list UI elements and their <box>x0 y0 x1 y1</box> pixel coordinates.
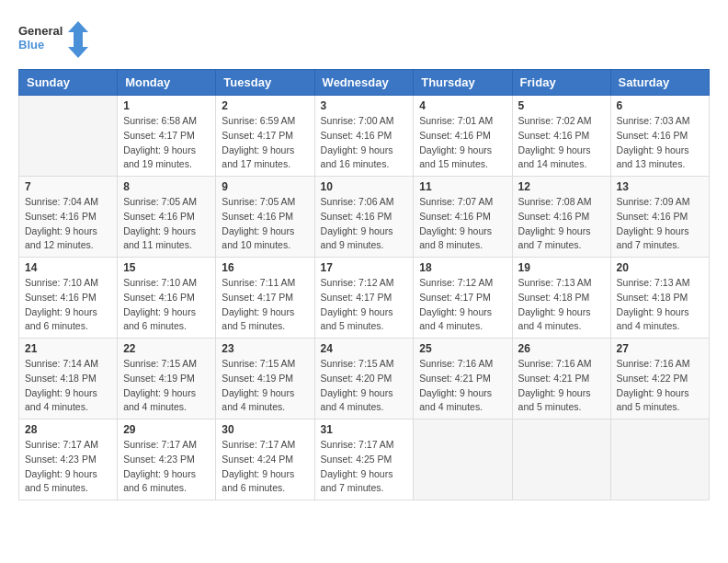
calendar-cell: 28Sunrise: 7:17 AMSunset: 4:23 PMDayligh… <box>19 419 118 500</box>
calendar-header-friday: Friday <box>512 70 610 96</box>
header: General Blue <box>18 18 710 60</box>
calendar-header-row: SundayMondayTuesdayWednesdayThursdayFrid… <box>19 70 710 96</box>
day-number: 15 <box>123 261 210 274</box>
calendar-cell: 9Sunrise: 7:05 AMSunset: 4:16 PMDaylight… <box>216 177 314 258</box>
calendar-table: SundayMondayTuesdayWednesdayThursdayFrid… <box>18 69 710 500</box>
day-number: 6 <box>617 99 703 112</box>
day-number: 10 <box>321 180 408 193</box>
day-number: 13 <box>617 180 703 193</box>
day-info: Sunrise: 7:12 AMSunset: 4:17 PMDaylight:… <box>321 276 408 334</box>
day-number: 29 <box>123 423 210 436</box>
day-info: Sunrise: 7:01 AMSunset: 4:16 PMDaylight:… <box>419 114 506 172</box>
calendar-cell: 26Sunrise: 7:16 AMSunset: 4:21 PMDayligh… <box>512 339 610 419</box>
svg-text:General: General <box>18 24 63 38</box>
calendar-week-row: 21Sunrise: 7:14 AMSunset: 4:18 PMDayligh… <box>19 339 710 419</box>
day-info: Sunrise: 7:15 AMSunset: 4:19 PMDaylight:… <box>222 357 308 415</box>
day-number: 27 <box>617 342 703 355</box>
day-info: Sunrise: 6:59 AMSunset: 4:17 PMDaylight:… <box>222 114 308 172</box>
day-info: Sunrise: 7:05 AMSunset: 4:16 PMDaylight:… <box>123 195 210 253</box>
day-info: Sunrise: 7:15 AMSunset: 4:19 PMDaylight:… <box>123 357 210 415</box>
calendar-week-row: 1Sunrise: 6:58 AMSunset: 4:17 PMDaylight… <box>19 96 710 177</box>
day-number: 19 <box>518 261 605 274</box>
calendar-cell <box>19 96 118 177</box>
day-number: 12 <box>518 180 605 193</box>
day-info: Sunrise: 7:10 AMSunset: 4:16 PMDaylight:… <box>25 276 111 334</box>
calendar-cell: 22Sunrise: 7:15 AMSunset: 4:19 PMDayligh… <box>118 339 216 419</box>
calendar-cell: 2Sunrise: 6:59 AMSunset: 4:17 PMDaylight… <box>216 96 314 177</box>
calendar-cell: 13Sunrise: 7:09 AMSunset: 4:16 PMDayligh… <box>610 177 709 258</box>
calendar-cell: 8Sunrise: 7:05 AMSunset: 4:16 PMDaylight… <box>118 177 216 258</box>
logo-svg: General Blue <box>18 18 64 60</box>
day-number: 5 <box>518 99 605 112</box>
day-info: Sunrise: 7:08 AMSunset: 4:16 PMDaylight:… <box>518 195 605 253</box>
day-number: 4 <box>419 99 506 112</box>
svg-marker-2 <box>68 21 88 58</box>
calendar-cell: 19Sunrise: 7:13 AMSunset: 4:18 PMDayligh… <box>512 258 610 339</box>
day-number: 1 <box>123 99 210 112</box>
calendar-header-tuesday: Tuesday <box>216 70 314 96</box>
day-number: 2 <box>222 99 308 112</box>
day-info: Sunrise: 7:16 AMSunset: 4:22 PMDaylight:… <box>617 357 703 415</box>
day-number: 24 <box>321 342 408 355</box>
day-info: Sunrise: 7:14 AMSunset: 4:18 PMDaylight:… <box>25 357 111 415</box>
calendar-cell: 5Sunrise: 7:02 AMSunset: 4:16 PMDaylight… <box>512 96 610 177</box>
calendar-cell: 31Sunrise: 7:17 AMSunset: 4:25 PMDayligh… <box>314 419 414 500</box>
calendar-cell: 15Sunrise: 7:10 AMSunset: 4:16 PMDayligh… <box>118 258 216 339</box>
day-number: 25 <box>419 342 506 355</box>
day-info: Sunrise: 7:10 AMSunset: 4:16 PMDaylight:… <box>123 276 210 334</box>
calendar-cell: 25Sunrise: 7:16 AMSunset: 4:21 PMDayligh… <box>414 339 512 419</box>
calendar-header-saturday: Saturday <box>610 70 709 96</box>
day-info: Sunrise: 7:17 AMSunset: 4:23 PMDaylight:… <box>123 438 210 496</box>
day-info: Sunrise: 7:16 AMSunset: 4:21 PMDaylight:… <box>419 357 506 415</box>
day-info: Sunrise: 7:17 AMSunset: 4:24 PMDaylight:… <box>222 438 308 496</box>
calendar-cell: 3Sunrise: 7:00 AMSunset: 4:16 PMDaylight… <box>314 96 414 177</box>
calendar-cell <box>610 419 709 500</box>
day-number: 16 <box>222 261 308 274</box>
day-number: 18 <box>419 261 506 274</box>
day-number: 7 <box>25 180 111 193</box>
calendar-cell: 27Sunrise: 7:16 AMSunset: 4:22 PMDayligh… <box>610 339 709 419</box>
day-info: Sunrise: 7:07 AMSunset: 4:16 PMDaylight:… <box>419 195 506 253</box>
calendar-cell: 24Sunrise: 7:15 AMSunset: 4:20 PMDayligh… <box>314 339 414 419</box>
calendar-week-row: 7Sunrise: 7:04 AMSunset: 4:16 PMDaylight… <box>19 177 710 258</box>
calendar-cell: 23Sunrise: 7:15 AMSunset: 4:19 PMDayligh… <box>216 339 314 419</box>
day-number: 3 <box>321 99 408 112</box>
day-number: 21 <box>25 342 111 355</box>
day-number: 28 <box>25 423 111 436</box>
day-number: 14 <box>25 261 111 274</box>
day-number: 23 <box>222 342 308 355</box>
logo-arrow-icon <box>68 21 88 58</box>
day-number: 17 <box>321 261 408 274</box>
day-info: Sunrise: 7:15 AMSunset: 4:20 PMDaylight:… <box>321 357 408 415</box>
calendar-cell: 29Sunrise: 7:17 AMSunset: 4:23 PMDayligh… <box>118 419 216 500</box>
calendar-cell: 14Sunrise: 7:10 AMSunset: 4:16 PMDayligh… <box>19 258 118 339</box>
calendar-header-sunday: Sunday <box>19 70 118 96</box>
day-info: Sunrise: 7:00 AMSunset: 4:16 PMDaylight:… <box>321 114 408 172</box>
day-number: 9 <box>222 180 308 193</box>
day-info: Sunrise: 7:11 AMSunset: 4:17 PMDaylight:… <box>222 276 308 334</box>
calendar-cell: 20Sunrise: 7:13 AMSunset: 4:18 PMDayligh… <box>610 258 709 339</box>
day-info: Sunrise: 6:58 AMSunset: 4:17 PMDaylight:… <box>123 114 210 172</box>
day-info: Sunrise: 7:13 AMSunset: 4:18 PMDaylight:… <box>617 276 703 334</box>
day-info: Sunrise: 7:02 AMSunset: 4:16 PMDaylight:… <box>518 114 605 172</box>
day-info: Sunrise: 7:06 AMSunset: 4:16 PMDaylight:… <box>321 195 408 253</box>
calendar-week-row: 28Sunrise: 7:17 AMSunset: 4:23 PMDayligh… <box>19 419 710 500</box>
calendar-cell: 10Sunrise: 7:06 AMSunset: 4:16 PMDayligh… <box>314 177 414 258</box>
day-number: 31 <box>321 423 408 436</box>
day-info: Sunrise: 7:04 AMSunset: 4:16 PMDaylight:… <box>25 195 111 253</box>
calendar-cell <box>512 419 610 500</box>
calendar-cell: 12Sunrise: 7:08 AMSunset: 4:16 PMDayligh… <box>512 177 610 258</box>
logo: General Blue <box>18 18 88 60</box>
calendar-header-thursday: Thursday <box>414 70 512 96</box>
calendar-cell: 18Sunrise: 7:12 AMSunset: 4:17 PMDayligh… <box>414 258 512 339</box>
day-info: Sunrise: 7:13 AMSunset: 4:18 PMDaylight:… <box>518 276 605 334</box>
day-info: Sunrise: 7:17 AMSunset: 4:25 PMDaylight:… <box>321 438 408 496</box>
svg-text:Blue: Blue <box>18 38 44 52</box>
calendar-header-monday: Monday <box>118 70 216 96</box>
calendar-cell: 6Sunrise: 7:03 AMSunset: 4:16 PMDaylight… <box>610 96 709 177</box>
day-number: 26 <box>518 342 605 355</box>
calendar-header-wednesday: Wednesday <box>314 70 414 96</box>
calendar-cell: 30Sunrise: 7:17 AMSunset: 4:24 PMDayligh… <box>216 419 314 500</box>
calendar-cell: 16Sunrise: 7:11 AMSunset: 4:17 PMDayligh… <box>216 258 314 339</box>
day-number: 30 <box>222 423 308 436</box>
